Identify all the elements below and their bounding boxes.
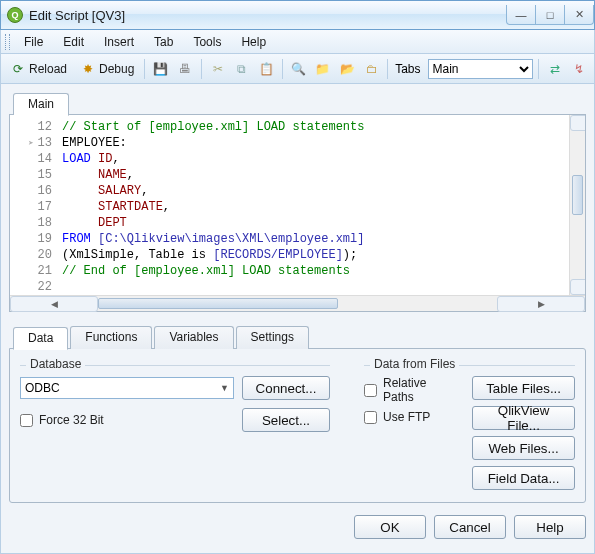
checkbox-icon[interactable] (20, 414, 33, 427)
toolbar: ⟳ Reload ✸ Debug 💾 🖶 ✂ ⧉ 📋 🔍 📁 📂 🗀 Tabs … (0, 54, 595, 84)
print-button[interactable]: 🖶 (175, 58, 196, 80)
separator (538, 59, 539, 79)
search-icon: 🔍 (291, 61, 307, 77)
separator (201, 59, 202, 79)
save-button[interactable]: 💾 (150, 58, 171, 80)
script-editor: 121314151617181920212223 // Start of [em… (9, 114, 586, 312)
checkbox-icon[interactable] (364, 411, 377, 424)
tab-action1-button[interactable]: ⇄ (544, 58, 565, 80)
tab-label: Data (28, 331, 53, 345)
paste-button[interactable]: 📋 (256, 58, 277, 80)
scroll-up-icon[interactable]: ▲ (570, 115, 585, 131)
cut-button[interactable]: ✂ (207, 58, 228, 80)
checkbox-icon[interactable] (364, 384, 377, 397)
scroll-thumb[interactable] (98, 298, 338, 309)
swap-icon: ⇄ (547, 61, 563, 77)
chevron-down-icon: ▼ (220, 383, 229, 393)
line-gutter: 121314151617181920212223 (10, 115, 58, 295)
branch-icon: ↯ (571, 61, 587, 77)
code-area[interactable]: // Start of [employee.xml] LOAD statemen… (58, 115, 569, 295)
separator (387, 59, 388, 79)
titlebar: Q Edit Script [QV3] — □ ✕ (0, 0, 595, 30)
app-icon: Q (7, 7, 23, 23)
script-tabstrip: Main (9, 92, 586, 115)
folder-icon: 📁 (315, 61, 331, 77)
maximize-button[interactable]: □ (535, 5, 565, 25)
folder3-button[interactable]: 🗀 (361, 58, 382, 80)
copy-icon: ⧉ (234, 61, 250, 77)
tab-label: Functions (85, 330, 137, 344)
scroll-thumb[interactable] (572, 175, 583, 215)
cut-icon: ✂ (210, 61, 226, 77)
cancel-button[interactable]: Cancel (434, 515, 506, 539)
tab-variables[interactable]: Variables (154, 326, 233, 349)
menu-file[interactable]: File (14, 32, 53, 52)
menu-tab[interactable]: Tab (144, 32, 183, 52)
help-button[interactable]: Help (514, 515, 586, 539)
tabs-label: Tabs (395, 62, 420, 76)
folder2-button[interactable]: 📂 (337, 58, 358, 80)
checkbox-label: Relative Paths (383, 376, 454, 404)
tab-action2-button[interactable]: ↯ (569, 58, 590, 80)
separator (282, 59, 283, 79)
combo-value: ODBC (25, 381, 60, 395)
menu-tools[interactable]: Tools (183, 32, 231, 52)
tab-label: Variables (169, 330, 218, 344)
save-icon: 💾 (153, 61, 169, 77)
debug-button[interactable]: ✸ Debug (75, 58, 139, 80)
folder-icon: 🗀 (364, 61, 380, 77)
reload-icon: ⟳ (10, 61, 26, 77)
bug-icon: ✸ (80, 61, 96, 77)
tab-label: Main (28, 97, 54, 111)
relative-paths-checkbox[interactable]: Relative Paths (364, 376, 454, 404)
ok-button[interactable]: OK (354, 515, 426, 539)
table-files-button[interactable]: Table Files... (472, 376, 575, 400)
tab-settings[interactable]: Settings (236, 326, 309, 349)
lower-content: Database ODBC ▼ Connect... Force 32 Bit (9, 348, 586, 503)
dialog-body: Main 121314151617181920212223 // Start o… (0, 84, 595, 554)
menubar-grip (5, 34, 10, 50)
menu-edit[interactable]: Edit (53, 32, 94, 52)
search-button[interactable]: 🔍 (288, 58, 309, 80)
field-data-button[interactable]: Field Data... (472, 466, 575, 490)
horizontal-scrollbar[interactable]: ◀ ▶ (10, 295, 585, 311)
connect-button[interactable]: Connect... (242, 376, 330, 400)
force-32bit-checkbox[interactable]: Force 32 Bit (20, 413, 234, 427)
folder-icon: 📂 (339, 61, 355, 77)
close-button[interactable]: ✕ (564, 5, 594, 25)
qlikview-file-button[interactable]: QlikView File... (472, 406, 575, 430)
paste-icon: 📋 (258, 61, 274, 77)
tabs-select[interactable]: Main (428, 59, 534, 79)
script-tab-main[interactable]: Main (13, 93, 69, 116)
menu-insert[interactable]: Insert (94, 32, 144, 52)
vertical-scrollbar[interactable]: ▲ ▼ (569, 115, 585, 295)
use-ftp-checkbox[interactable]: Use FTP (364, 410, 454, 424)
lower-tabstrip: Data Functions Variables Settings (9, 326, 586, 349)
scroll-left-icon[interactable]: ◀ (10, 296, 98, 312)
folder-button[interactable]: 📁 (312, 58, 333, 80)
dialog-footer: OK Cancel Help (9, 515, 586, 539)
copy-button[interactable]: ⧉ (231, 58, 252, 80)
reload-button[interactable]: ⟳ Reload (5, 58, 72, 80)
tab-functions[interactable]: Functions (70, 326, 152, 349)
select-button[interactable]: Select... (242, 408, 330, 432)
scroll-right-icon[interactable]: ▶ (497, 296, 585, 312)
files-group-label: Data from Files (370, 357, 459, 371)
print-icon: 🖶 (177, 61, 193, 77)
database-group-label: Database (26, 357, 85, 371)
menubar: File Edit Insert Tab Tools Help (0, 30, 595, 54)
reload-label: Reload (29, 62, 67, 76)
scroll-down-icon[interactable]: ▼ (570, 279, 585, 295)
web-files-button[interactable]: Web Files... (472, 436, 575, 460)
menu-help[interactable]: Help (231, 32, 276, 52)
separator (144, 59, 145, 79)
tab-data[interactable]: Data (13, 327, 68, 350)
debug-label: Debug (99, 62, 134, 76)
database-driver-combo[interactable]: ODBC ▼ (20, 377, 234, 399)
window-title: Edit Script [QV3] (29, 8, 507, 23)
minimize-button[interactable]: — (506, 5, 536, 25)
tab-label: Settings (251, 330, 294, 344)
checkbox-label: Use FTP (383, 410, 430, 424)
checkbox-label: Force 32 Bit (39, 413, 104, 427)
